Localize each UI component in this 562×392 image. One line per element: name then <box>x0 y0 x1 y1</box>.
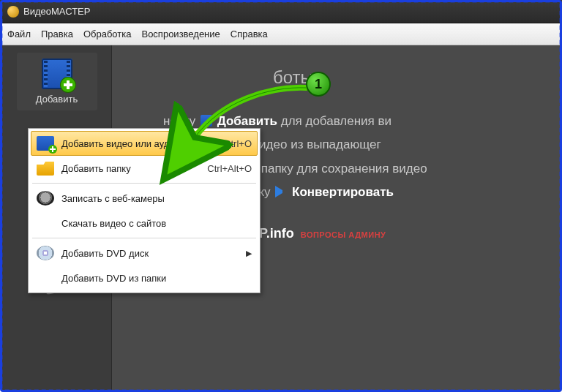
menu-item-add-video-audio[interactable]: Добавить видео или аудио Ctrl+O <box>31 131 258 156</box>
separator <box>32 183 256 184</box>
app-title: ВидеоМАСТЕР <box>23 6 90 17</box>
callout-badge-1: 1 <box>306 72 331 97</box>
shortcut: Ctrl+Alt+O <box>207 163 252 174</box>
folder-icon <box>37 161 54 176</box>
menu-edit[interactable]: Правка <box>41 29 73 39</box>
menu-play[interactable]: Воспроизведение <box>141 29 220 39</box>
tool-add-label: Добавить <box>36 94 78 105</box>
webcam-icon <box>37 191 54 206</box>
menu-process[interactable]: Обработка <box>83 29 132 39</box>
menu-item-webcam[interactable]: Записать с веб-камеры <box>31 186 258 211</box>
film-icon <box>37 136 54 151</box>
separator <box>32 238 256 238</box>
app-icon <box>7 6 19 18</box>
shortcut: Ctrl+O <box>224 138 252 149</box>
menu-item-add-folder[interactable]: Добавить папку Ctrl+Alt+O <box>31 156 258 181</box>
menu-help[interactable]: Справка <box>231 29 268 39</box>
menubar: Файл Правка Обработка Воспроизведение Сп… <box>0 23 562 45</box>
menu-item-dvd-disc[interactable]: Добавить DVD диск ▶ <box>31 241 258 265</box>
dvd-folder-icon <box>37 271 54 285</box>
menu-item-download-video[interactable]: Скачать видео с сайтов <box>31 211 258 235</box>
submenu-arrow-icon: ▶ <box>246 249 252 258</box>
download-icon <box>37 216 54 230</box>
dvd-icon <box>37 246 54 260</box>
inline-film-icon <box>201 115 212 127</box>
add-dropdown-menu: Добавить видео или аудио Ctrl+O Добавить… <box>28 128 261 293</box>
titlebar: ВидеоМАСТЕР <box>0 0 562 23</box>
cursor-icon: ↖ <box>169 146 181 162</box>
tool-add[interactable]: Добавить <box>17 53 97 110</box>
menu-item-dvd-folder[interactable]: Добавить DVD из папки <box>31 265 258 290</box>
menu-file[interactable]: Файл <box>7 29 31 39</box>
inline-play-icon <box>275 186 287 197</box>
film-add-icon <box>42 59 72 89</box>
